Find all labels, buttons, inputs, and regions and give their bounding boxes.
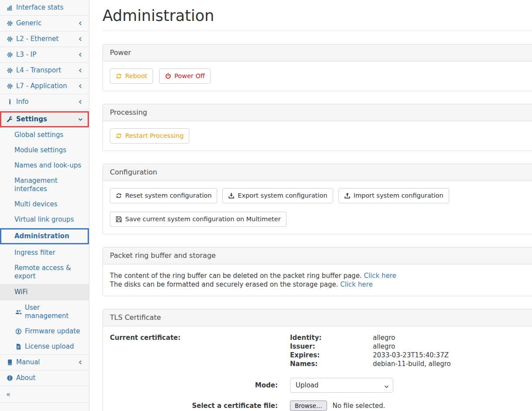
ring-buffer-section-title: Packet ring buffer and storage — [103, 247, 532, 264]
ring-buffer-line1: The content of the ring buffer can be de… — [110, 271, 532, 280]
sidebar-item-interface-stats[interactable]: Interface stats — [0, 0, 89, 16]
sidebar-item-label: Virtual link groups — [14, 216, 83, 224]
sidebar-item-label: Names and look-ups — [14, 161, 83, 170]
sidebar-item-info[interactable]: i Info — [0, 94, 89, 110]
sidebar-item-label: Info — [16, 98, 78, 106]
sidebar-item-label: About — [16, 374, 83, 382]
sidebar-item-firmware-update[interactable]: Firmware update — [0, 324, 89, 339]
issuer-value: allegro — [373, 342, 395, 351]
upload-icon — [344, 192, 351, 199]
chevron-left-icon — [78, 37, 83, 41]
bar-chart-icon — [6, 4, 14, 11]
sidebar-item-label: Multi devices — [14, 200, 83, 209]
import-config-button[interactable]: Import system configuration — [338, 188, 449, 203]
sidebar-item-l7-application[interactable]: L7 - Application — [0, 79, 89, 94]
certificate-file-label: Select a certificate file: — [110, 401, 278, 410]
sidebar-item-l2-ethernet[interactable]: L2 - Ethernet — [0, 31, 89, 47]
refresh-icon — [116, 73, 122, 79]
download-icon — [228, 192, 235, 199]
sidebar-item-label: L7 - Application — [16, 82, 78, 90]
sidebar-item-module-settings[interactable]: Module settings — [0, 143, 89, 158]
sidebar-item-virtual-link-groups[interactable]: Virtual link groups — [0, 212, 89, 227]
sidebar-item-management-interfaces[interactable]: Management interfaces — [0, 173, 89, 197]
sidebar-item-label: WiFi — [14, 288, 83, 296]
current-certificate-label: Current certificate: — [110, 333, 278, 342]
gear-icon — [6, 83, 14, 89]
storage-link[interactable]: Click here — [340, 281, 372, 288]
sidebar-item-label: User management — [25, 304, 83, 320]
sidebar-item-ingress-filter[interactable]: Ingress filter — [0, 245, 89, 260]
info-icon: i — [6, 98, 14, 106]
users-icon — [15, 309, 22, 315]
sidebar-item-label: Settings — [16, 115, 78, 123]
sidebar-item-generic[interactable]: Generic — [0, 16, 89, 31]
processing-section-title: Processing — [103, 104, 532, 121]
mode-label: Mode: — [110, 381, 278, 390]
sidebar-item-user-management[interactable]: User management — [0, 300, 89, 324]
file-icon — [15, 343, 22, 350]
identity-value: allegro — [373, 333, 395, 342]
certificate-no-file-text: No file selected. — [332, 402, 385, 410]
reboot-button[interactable]: Reboot — [110, 68, 153, 84]
power-section-title: Power — [103, 45, 532, 62]
mode-select[interactable]: Upload — [290, 378, 393, 393]
main-content: Administration Power Reboot Power Off Pr… — [89, 0, 532, 411]
book-icon — [6, 359, 14, 366]
chevron-left-icon — [78, 84, 83, 89]
certificate-browse-button[interactable]: Browse… — [290, 401, 327, 411]
sidebar-item-label: Global settings — [14, 131, 83, 139]
restart-processing-button[interactable]: Restart Processing — [110, 128, 189, 144]
sidebar-item-l4-transport[interactable]: L4 - Transport — [0, 63, 89, 79]
save-icon — [116, 216, 122, 223]
sidebar-item-label: L4 - Transport — [16, 66, 78, 75]
sidebar-item-manual[interactable]: Manual — [0, 354, 89, 370]
sidebar-item-label: L3 - IP — [16, 51, 78, 59]
ring-buffer-line2: The disks can be formatted and securely … — [110, 280, 532, 289]
expires-value: 2033-03-23T15:40:37Z — [373, 351, 449, 360]
sidebar-item-license-upload[interactable]: License upload — [0, 339, 89, 354]
power-section: Power Reboot Power Off — [102, 44, 532, 91]
sidebar-item-names-lookups[interactable]: Names and look-ups — [0, 158, 89, 173]
sidebar-item-remote-access-export[interactable]: Remote access & export — [0, 260, 89, 284]
page-title: Administration — [102, 7, 532, 24]
sidebar-item-about[interactable]: About — [0, 370, 89, 386]
chevron-down-icon — [78, 117, 83, 122]
names-label: Names: — [290, 360, 373, 368]
sidebar-item-label: Remote access & export — [14, 264, 83, 281]
sidebar-collapse-button[interactable]: « — [0, 386, 89, 403]
identity-label: Identity: — [290, 333, 373, 342]
names-value: debian-11-build, allegro — [373, 360, 451, 368]
sidebar-item-l3-ip[interactable]: L3 - IP — [0, 47, 89, 63]
power-off-button[interactable]: Power Off — [159, 68, 211, 84]
issuer-label: Issuer: — [290, 342, 373, 351]
arrow-circle-up-icon — [15, 328, 22, 335]
sidebar-item-label: Management interfaces — [14, 177, 83, 193]
tls-certificate-section: TLS Certificate Current certificate: Ide… — [102, 309, 532, 411]
sidebar-item-multi-devices[interactable]: Multi devices — [0, 197, 89, 212]
reset-config-button[interactable]: Reset system configuration — [110, 188, 217, 203]
export-config-button[interactable]: Export system configuration — [222, 188, 333, 203]
sidebar-item-label: Administration — [14, 232, 83, 240]
sidebar-item-global-settings[interactable]: Global settings — [0, 127, 89, 143]
sidebar-item-wifi[interactable]: WiFi — [0, 284, 89, 300]
certificate-details: Identity: allegro Issuer: allegro Expire… — [290, 333, 451, 368]
chevron-left-icon — [78, 21, 83, 26]
title-divider — [102, 31, 532, 31]
save-config-button[interactable]: Save current system configuration on Mul… — [110, 212, 286, 227]
sidebar-item-administration[interactable]: Administration — [0, 228, 89, 244]
gear-icon — [6, 36, 14, 42]
sidebar-item-label: L2 - Ethernet — [16, 35, 78, 43]
chevron-left-icon — [78, 360, 83, 365]
sidebar-item-label: License upload — [25, 342, 83, 351]
sidebar-item-label: Interface stats — [16, 3, 83, 12]
sidebar-item-settings[interactable]: Settings — [0, 111, 89, 127]
ring-buffer-section: Packet ring buffer and storage The conte… — [102, 247, 532, 296]
ring-buffer-link[interactable]: Click here — [364, 272, 396, 280]
sidebar-item-label: Manual — [16, 358, 78, 366]
refresh-icon — [116, 133, 122, 139]
sidebar-item-label: Ingress filter — [14, 249, 83, 257]
expires-label: Expires: — [290, 351, 373, 360]
wrench-icon — [6, 116, 14, 123]
recycle-icon — [116, 192, 122, 199]
gear-icon — [6, 20, 14, 27]
